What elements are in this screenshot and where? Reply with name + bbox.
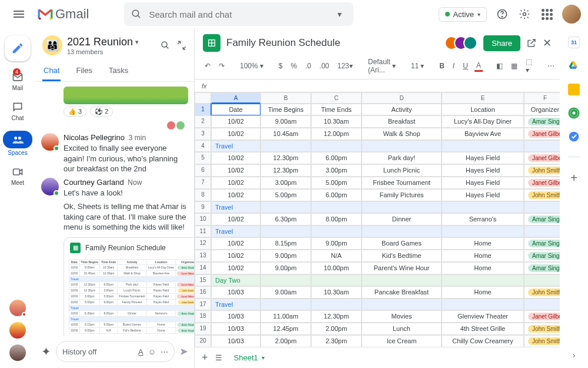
svg-point-6: [14, 137, 17, 140]
fx-icon: fx: [202, 82, 207, 89]
bold-icon[interactable]: B: [437, 61, 446, 71]
svg-line-1: [138, 15, 141, 18]
app-header: Gmail ▾ Active ▾: [0, 0, 588, 28]
currency-icon[interactable]: $: [277, 61, 285, 71]
all-sheets-icon[interactable]: ☰: [215, 353, 222, 362]
formula-bar[interactable]: fx: [195, 79, 560, 92]
compose-button[interactable]: [5, 35, 31, 61]
user-avatar[interactable]: [41, 133, 59, 151]
contacts-icon[interactable]: [568, 107, 580, 119]
settings-icon[interactable]: [517, 7, 532, 21]
nav-chat-label: Chat: [11, 115, 24, 121]
message-text: Let's have a look!: [64, 188, 194, 198]
chat-head-3[interactable]: [9, 344, 26, 361]
shared-image[interactable]: [64, 87, 188, 104]
chat-messages: 👍3 ⚽2 Nicolas Pellegrino 3 min Excited t…: [35, 82, 194, 336]
main-menu-button[interactable]: [7, 2, 31, 26]
nav-spaces-label: Spaces: [8, 150, 27, 156]
tasks-icon[interactable]: [568, 131, 580, 142]
keep-icon[interactable]: [568, 84, 580, 95]
tab-chat[interactable]: Chat: [42, 61, 61, 81]
space-subtitle: 13 members: [67, 48, 139, 55]
card-title: Family Reunion Schedule: [85, 244, 166, 252]
zoom-select[interactable]: 100% ▾: [238, 61, 265, 71]
tab-files[interactable]: Files: [75, 61, 93, 81]
redo-icon[interactable]: ↷: [217, 61, 226, 71]
sheet-thumbnail: DateTime BeginsTime EndsActivityLocation…: [64, 258, 194, 336]
nav-chat[interactable]: Chat: [11, 101, 24, 121]
format-icon[interactable]: A: [138, 347, 143, 356]
nav-meet[interactable]: Meet: [11, 165, 24, 186]
close-icon[interactable]: ✕: [543, 37, 552, 49]
sheet-title[interactable]: Family Reunion Schedule: [226, 37, 340, 49]
space-title[interactable]: 2021 Reunion▾: [67, 36, 139, 48]
embedded-sheet: Family Reunion Schedule Share ✕ ↶ ↷ 100%…: [194, 28, 560, 368]
status-badge[interactable]: Active ▾: [439, 7, 487, 22]
hide-panel-icon[interactable]: ›: [573, 350, 576, 368]
add-panel-icon[interactable]: +: [570, 171, 577, 185]
status-dot-icon: [445, 12, 450, 16]
user-avatar[interactable]: [41, 178, 59, 195]
share-button[interactable]: Share: [483, 35, 520, 51]
drive-icon[interactable]: [568, 60, 580, 72]
nav-mail[interactable]: 4 Mail: [11, 71, 24, 91]
sheet-tabs-bar: + ☰ Sheet1▾: [195, 347, 560, 368]
collapse-icon[interactable]: [176, 40, 187, 51]
add-sheet-icon[interactable]: +: [202, 352, 208, 364]
svg-point-7: [18, 137, 21, 140]
account-avatar[interactable]: [562, 5, 581, 24]
search-options-icon[interactable]: ▾: [332, 9, 346, 19]
help-icon[interactable]: [495, 7, 509, 21]
font-size-select[interactable]: 11 ▾: [409, 61, 426, 71]
emoji-icon[interactable]: ☺: [148, 347, 156, 356]
search-bar[interactable]: ▾: [124, 2, 353, 26]
format-menu[interactable]: 123▾: [336, 61, 355, 71]
svg-point-0: [133, 10, 139, 16]
sheet-preview-card[interactable]: ▦ Family Reunion Schedule DateTime Begin…: [64, 237, 194, 336]
nav-meet-label: Meet: [11, 180, 24, 186]
send-icon[interactable]: ➤: [179, 345, 188, 358]
chat-head-1[interactable]: [9, 300, 26, 316]
gmail-logo[interactable]: Gmail: [38, 6, 89, 22]
space-header: 👨‍👩‍👧 2021 Reunion▾ 13 members: [35, 32, 194, 58]
borders-icon[interactable]: ▦: [509, 61, 519, 71]
italic-icon[interactable]: I: [451, 61, 456, 71]
spreadsheet-grid[interactable]: ABCDEFG1DateTime BeginsTime EndsActivity…: [195, 92, 560, 347]
underline-icon[interactable]: U: [461, 61, 470, 71]
mail-badge: 4: [13, 68, 21, 75]
open-external-icon[interactable]: [526, 38, 537, 48]
more-icon[interactable]: ⋯: [161, 347, 168, 356]
apps-icon[interactable]: [540, 7, 554, 21]
decimal-inc-icon[interactable]: .00: [318, 61, 331, 71]
text-color-icon[interactable]: A: [475, 61, 483, 72]
font-select[interactable]: Default (Ari... ▾: [366, 57, 397, 75]
chat-input[interactable]: History off A ☺ ⋯: [56, 341, 175, 362]
decimal-dec-icon[interactable]: .0: [303, 61, 313, 71]
reaction[interactable]: ⚽2: [90, 107, 113, 117]
input-placeholder: History off: [62, 347, 96, 356]
svg-point-3: [502, 16, 502, 17]
search-icon: [131, 9, 142, 19]
nav-spaces[interactable]: Spaces: [3, 131, 32, 156]
percent-icon[interactable]: %: [289, 61, 299, 71]
sheet-tab[interactable]: Sheet1▾: [229, 351, 269, 364]
space-avatar[interactable]: 👨‍👩‍👧: [42, 35, 62, 55]
sheets-app-icon: [203, 34, 220, 52]
undo-icon[interactable]: ↶: [203, 61, 212, 71]
search-input[interactable]: [149, 9, 332, 19]
merge-icon[interactable]: ⬚ ▾: [524, 57, 534, 75]
left-nav-rail: 4 Mail Chat Spaces Meet: [0, 28, 35, 368]
chat-head-2[interactable]: [9, 322, 26, 339]
sheets-icon: ▦: [70, 243, 81, 253]
space-search-icon[interactable]: [160, 40, 171, 51]
right-side-panel: 31 + ›: [560, 28, 588, 368]
chat-panel: 👨‍👩‍👧 2021 Reunion▾ 13 members Chat File…: [35, 28, 194, 368]
collaborators[interactable]: [449, 36, 477, 50]
svg-rect-8: [13, 169, 19, 175]
toolbar-more-icon[interactable]: ⋯: [546, 61, 556, 71]
plus-icon[interactable]: ✦: [41, 344, 51, 359]
fill-color-icon[interactable]: ◧: [495, 61, 505, 71]
calendar-icon[interactable]: 31: [568, 37, 580, 48]
tab-tasks[interactable]: Tasks: [108, 61, 129, 81]
reaction[interactable]: 👍3: [64, 107, 86, 117]
